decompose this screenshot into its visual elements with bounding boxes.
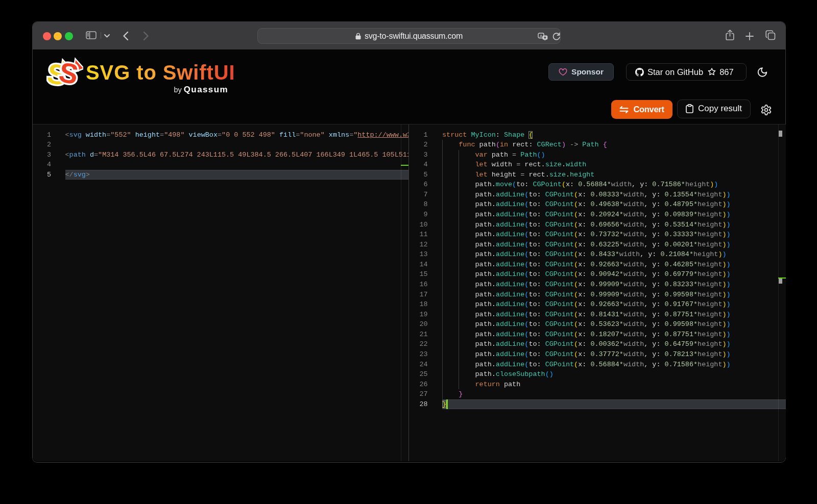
svg-text:A: A — [540, 33, 542, 38]
svg-text:✱: ✱ — [544, 36, 546, 39]
